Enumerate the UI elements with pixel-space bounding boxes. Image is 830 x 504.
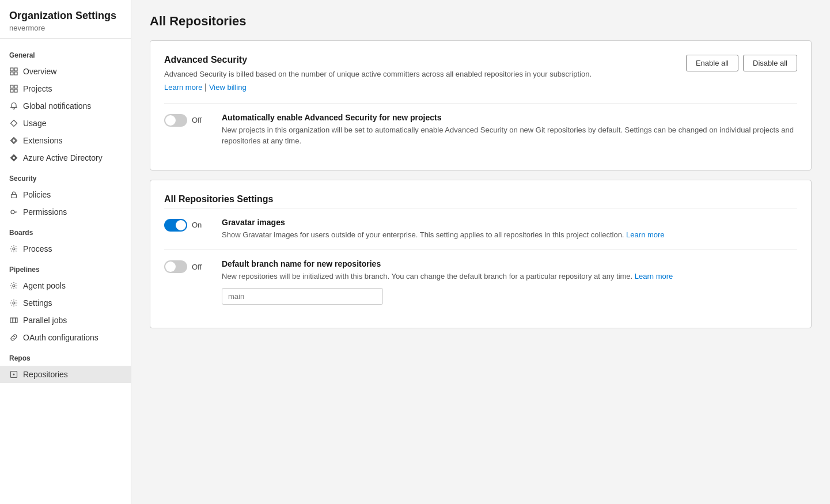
enable-all-button[interactable]: Enable all [686,55,738,71]
sidebar-section-boards: Boards [0,221,131,240]
btn-group-advanced-security: Enable allDisable all [686,55,797,71]
sidebar-item-azure-active-directory[interactable]: Azure Active Directory [0,149,131,166]
sidebar-title: Organization Settings [9,9,122,22]
setting-title-default-branch-name: Default branch name for new repositories [222,259,797,268]
sidebar-item-policies[interactable]: Policies [0,186,131,203]
toggle-container-gravatar-images: On [164,218,210,232]
toggle-label-gravatar-images: On [192,221,202,229]
setting-content-default-branch-name: Default branch name for new repositories… [222,259,797,305]
toggle-label-default-branch-name: Off [192,263,202,271]
sidebar-item-agent-pools[interactable]: Agent pools [0,277,131,294]
toggle-container-default-branch-name: Off [164,259,210,273]
sidebar-item-label-extensions: Extensions [23,136,62,145]
sidebar-item-label-oauth-configurations: OAuth configurations [23,333,98,342]
projects-icon [9,84,18,93]
svg-rect-2 [10,72,13,75]
sidebar-item-label-overview: Overview [23,67,56,76]
toggle-default-branch-name[interactable] [164,260,187,273]
global-notifications-icon [9,101,18,111]
sidebar-item-label-parallel-jobs: Parallel jobs [23,316,67,325]
sidebar-item-parallel-jobs[interactable]: Parallel jobs [0,312,131,329]
card-header-all-repositories-settings: All Repositories Settings [164,194,797,208]
policies-icon [9,190,18,199]
card-header-advanced-security: Advanced SecurityAdvanced Security is bi… [164,55,797,103]
sidebar-item-label-process: Process [23,244,52,253]
setting-link-gravatar-images[interactable]: Learn more [626,230,664,239]
card-left-all-repositories-settings: All Repositories Settings [164,194,273,208]
setting-row-auto-enable-advanced-security: OffAutomatically enable Advanced Securit… [164,103,797,156]
setting-content-auto-enable-advanced-security: Automatically enable Advanced Security f… [222,113,797,147]
setting-content-gravatar-images: Gravatar imagesShow Gravatar images for … [222,218,797,241]
svg-rect-16 [13,318,16,323]
toggle-gravatar-images[interactable] [164,219,187,232]
sidebar-item-settings[interactable]: Settings [0,294,131,312]
svg-point-14 [13,302,15,304]
card-title-all-repositories-settings: All Repositories Settings [164,194,273,204]
svg-rect-1 [14,68,17,71]
card-all-repositories-settings: All Repositories SettingsOnGravatar imag… [150,180,812,328]
sidebar-header: Organization Settings nevermore [0,0,131,39]
sidebar-item-projects[interactable]: Projects [0,80,131,97]
link-view-billing[interactable]: View billing [209,83,247,92]
card-links-advanced-security: Learn more | View billing [164,82,592,92]
sidebar-item-label-policies: Policies [23,190,51,199]
toggle-knob-gravatar-images [176,220,186,230]
disable-all-button[interactable]: Disable all [743,55,797,71]
setting-title-auto-enable-advanced-security: Automatically enable Advanced Security f… [222,113,797,122]
sidebar-item-usage[interactable]: Usage [0,115,131,132]
sidebar-section-repos: Repos [0,346,131,366]
toggle-knob-default-branch-name [165,262,176,272]
toggle-auto-enable-advanced-security[interactable] [164,114,187,127]
sidebar-item-label-settings: Settings [23,298,52,308]
sidebar-item-label-permissions: Permissions [23,207,67,217]
svg-rect-10 [12,195,17,198]
parallel-jobs-icon [9,316,18,325]
sidebar-item-label-global-notifications: Global notifications [23,101,91,111]
overview-icon [9,67,18,76]
setting-link-default-branch-name[interactable]: Learn more [635,272,673,281]
sidebar-item-global-notifications[interactable]: Global notifications [0,97,131,115]
svg-point-19 [13,374,15,376]
setting-desc-auto-enable-advanced-security: New projects in this organization will b… [222,124,797,147]
repositories-icon [9,370,18,379]
sidebar-item-label-repositories: Repositories [23,370,68,379]
sidebar-item-extensions[interactable]: Extensions [0,132,131,149]
usage-icon [9,119,18,128]
sidebar-item-overview[interactable]: Overview [0,63,131,80]
svg-point-13 [13,285,15,287]
sidebar-item-label-azure-active-directory: Azure Active Directory [23,153,103,162]
card-title-advanced-security: Advanced Security [164,55,592,65]
sidebar-item-permissions[interactable]: Permissions [0,203,131,221]
sidebar-section-security: Security [0,166,131,186]
sidebar-item-label-projects: Projects [23,84,52,93]
sidebar-item-repositories[interactable]: Repositories [0,366,131,383]
settings-icon [9,298,18,308]
svg-rect-17 [16,318,17,323]
svg-rect-6 [10,89,13,92]
extensions-icon [9,136,18,145]
oauth-configurations-icon [9,333,18,342]
page-title: All Repositories [150,14,812,29]
sidebar-item-oauth-configurations[interactable]: OAuth configurations [0,329,131,346]
azure-active-directory-icon [9,153,18,162]
branch-name-input[interactable] [222,288,383,305]
setting-row-gravatar-images: OnGravatar imagesShow Gravatar images fo… [164,208,797,250]
svg-point-12 [13,248,15,250]
svg-rect-4 [10,85,13,88]
sidebar-item-label-usage: Usage [23,119,46,128]
sidebar-section-pipelines: Pipelines [0,257,131,277]
sidebar-item-label-agent-pools: Agent pools [23,281,66,290]
svg-rect-15 [10,318,13,323]
card-advanced-security: Advanced SecurityAdvanced Security is bi… [150,40,812,170]
sidebar: Organization Settings nevermore GeneralO… [0,0,131,504]
link-learn-more[interactable]: Learn more [164,83,202,92]
setting-title-gravatar-images: Gravatar images [222,218,797,227]
card-left-advanced-security: Advanced SecurityAdvanced Security is bi… [164,55,592,103]
sidebar-section-general: General [0,43,131,63]
process-icon [9,244,18,253]
svg-point-11 [11,210,14,214]
main-content: All Repositories Advanced SecurityAdvanc… [131,0,830,504]
toggle-label-auto-enable-advanced-security: Off [192,116,202,124]
agent-pools-icon [9,281,18,290]
sidebar-item-process[interactable]: Process [0,240,131,257]
